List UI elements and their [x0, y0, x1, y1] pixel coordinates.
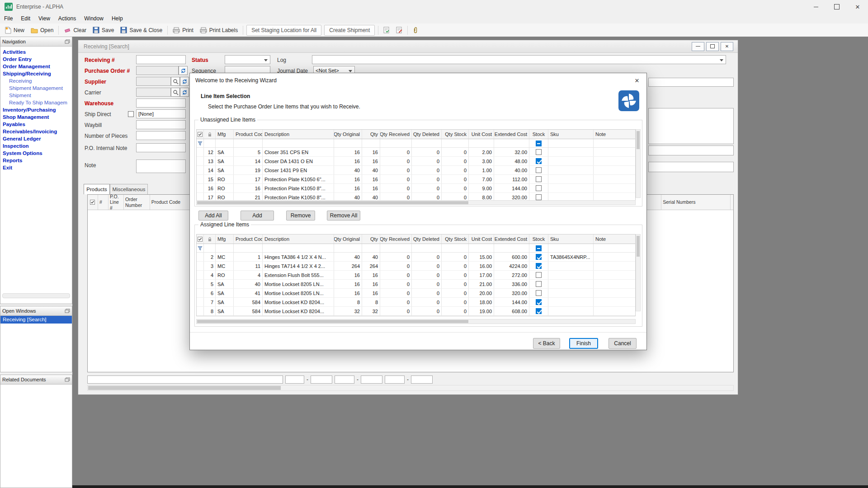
print-labels-button[interactable]: Print Labels: [197, 25, 241, 36]
qty-column-header[interactable]: Qty: [362, 130, 380, 139]
stock-checkbox[interactable]: [536, 299, 542, 305]
menu-item[interactable]: File: [0, 14, 17, 23]
status-field[interactable]: [361, 375, 382, 384]
table-row[interactable]: 13 SA 14 Closer DA 1431 O EN 16 16 0 0 0…: [197, 157, 635, 166]
open-window-item[interactable]: Receiving [Search]: [0, 316, 72, 324]
supplier-search-button[interactable]: [171, 77, 180, 86]
nav-item[interactable]: Activities: [0, 48, 72, 56]
stock-checkbox[interactable]: [536, 149, 542, 155]
purchase-order-refresh-button[interactable]: [179, 66, 188, 75]
log-combo[interactable]: [312, 55, 726, 64]
maximize-button[interactable]: [826, 0, 847, 14]
stock-filter-checkbox[interactable]: [536, 245, 542, 251]
stock-checkbox[interactable]: [536, 158, 542, 164]
extended-cost-column-header[interactable]: Extended Cost: [494, 130, 529, 139]
journal-edit-button[interactable]: [393, 25, 406, 36]
qty-received-column-header[interactable]: Qty Received: [380, 235, 412, 244]
vertical-scrollbar[interactable]: [636, 129, 641, 198]
scrollbar-thumb[interactable]: [88, 386, 281, 390]
table-row[interactable]: 15 RO 17 Protection Plate K1050 6"... 16…: [197, 175, 635, 184]
status-field[interactable]: [335, 375, 354, 384]
nav-item[interactable]: General Ledger: [0, 135, 72, 142]
right-field-2[interactable]: [648, 108, 734, 144]
qty-stock-column-header[interactable]: Qty Stock: [442, 130, 469, 139]
cancel-button[interactable]: Cancel: [609, 338, 637, 349]
receiving-window-titlebar[interactable]: Receiving [Search] ✕: [78, 40, 738, 53]
nav-item[interactable]: Inspection: [0, 142, 72, 150]
nav-item[interactable]: Inventory/Purchasing: [0, 106, 72, 113]
table-row[interactable]: 12 SA 5 Closer 351 CPS EN 16 16 0 0 0 2.…: [197, 148, 635, 157]
nav-item[interactable]: Reports: [0, 157, 72, 164]
attachment-column-header[interactable]: [204, 235, 216, 244]
menu-item[interactable]: Window: [80, 14, 108, 23]
select-column-header[interactable]: [88, 195, 98, 210]
table-row[interactable]: 3 MC 11 Hinges TA714 4 1/2 X 4 2... 264 …: [197, 262, 635, 271]
serial-numbers-column-header[interactable]: Serial Numbers: [661, 195, 731, 210]
status-field[interactable]: [311, 375, 332, 384]
new-button[interactable]: New: [2, 25, 28, 36]
ship-direct-combo[interactable]: [None]: [136, 109, 186, 118]
remove-button[interactable]: Remove: [286, 211, 315, 221]
carrier-search-button[interactable]: [171, 88, 180, 97]
product-code-column-header[interactable]: Product Code: [150, 195, 195, 210]
qty-original-column-header[interactable]: Qty Original: [334, 130, 362, 139]
table-row[interactable]: 16 RO 16 Protection Plate K1050 8"... 16…: [197, 184, 635, 193]
nav-item[interactable]: Order Management: [0, 63, 72, 70]
stock-checkbox[interactable]: [536, 185, 542, 191]
right-field-1[interactable]: [648, 78, 734, 87]
filter-row[interactable]: [197, 139, 635, 148]
mfg-column-header[interactable]: Mfg: [216, 235, 234, 244]
panel-pin-icon[interactable]: [65, 39, 70, 44]
back-button[interactable]: < Back: [533, 338, 560, 349]
note-column-header[interactable]: Note: [594, 130, 635, 139]
child-restore-button[interactable]: [706, 42, 719, 51]
nav-item[interactable]: Exit: [0, 164, 72, 171]
save-button[interactable]: Save: [90, 25, 117, 36]
warehouse-input[interactable]: [136, 99, 186, 108]
po-internal-note-input[interactable]: [136, 143, 186, 152]
status-field-wide[interactable]: [87, 375, 283, 384]
create-shipment-button[interactable]: Create Shipment: [324, 25, 375, 36]
menu-item[interactable]: Actions: [54, 14, 80, 23]
horizontal-scrollbar[interactable]: [196, 200, 636, 205]
child-close-button[interactable]: ✕: [721, 42, 733, 51]
waybill-input[interactable]: [136, 120, 186, 129]
table-row[interactable]: 4 RO 4 Extension Flush Bolt 555... 16 16…: [197, 271, 635, 280]
table-row[interactable]: 7 SA 584 Mortise Lockset KD 8204... 8 8 …: [197, 298, 635, 307]
nav-item[interactable]: Ready To Ship Managem: [0, 99, 72, 106]
stock-checkbox[interactable]: [536, 176, 542, 182]
qty-received-column-header[interactable]: Qty Received: [380, 130, 412, 139]
stock-filter-checkbox[interactable]: [536, 141, 542, 146]
right-field-3[interactable]: [648, 145, 734, 155]
scrollbar-thumb[interactable]: [637, 236, 640, 257]
qty-stock-column-header[interactable]: Qty Stock: [442, 235, 469, 244]
nav-item[interactable]: Payables: [0, 121, 72, 128]
filter-row[interactable]: [197, 244, 635, 253]
product-code-column-header[interactable]: Product Code: [234, 130, 263, 139]
stock-checkbox[interactable]: [536, 281, 542, 287]
qty-deleted-column-header[interactable]: Qty Deleted: [412, 130, 442, 139]
select-column-header[interactable]: [197, 235, 204, 244]
minimize-button[interactable]: [806, 0, 826, 14]
menu-item[interactable]: View: [34, 14, 54, 23]
nav-item[interactable]: Shipping/Receiving: [0, 70, 72, 77]
scrollbar-thumb[interactable]: [197, 201, 468, 204]
sku-column-header[interactable]: Sku: [548, 130, 594, 139]
sku-column-header[interactable]: Sku: [548, 235, 594, 244]
wizard-close-button[interactable]: ✕: [627, 73, 646, 88]
select-column-header[interactable]: [197, 130, 204, 139]
po-line-column-header[interactable]: P.O. Line #: [108, 195, 124, 210]
horizontal-scrollbar[interactable]: [87, 385, 734, 391]
carrier-refresh-button[interactable]: [180, 88, 189, 97]
mfg-column-header[interactable]: Mfg: [216, 130, 234, 139]
order-number-column-header[interactable]: Order Number: [124, 195, 150, 210]
horizontal-scrollbar[interactable]: [196, 319, 636, 324]
menu-item[interactable]: Edit: [17, 14, 34, 23]
status-field[interactable]: [285, 375, 304, 384]
finish-button[interactable]: Finish: [569, 338, 598, 349]
table-row[interactable]: 2 MC 1 Hinges TA386 4 1/2 X 4 N... 40 40…: [197, 253, 635, 262]
nav-item[interactable]: Receiving: [0, 77, 72, 84]
receiving-number-input[interactable]: [136, 55, 186, 64]
extended-cost-column-header[interactable]: Extended Cost: [494, 235, 529, 244]
nav-scroll-hint[interactable]: [2, 293, 70, 298]
